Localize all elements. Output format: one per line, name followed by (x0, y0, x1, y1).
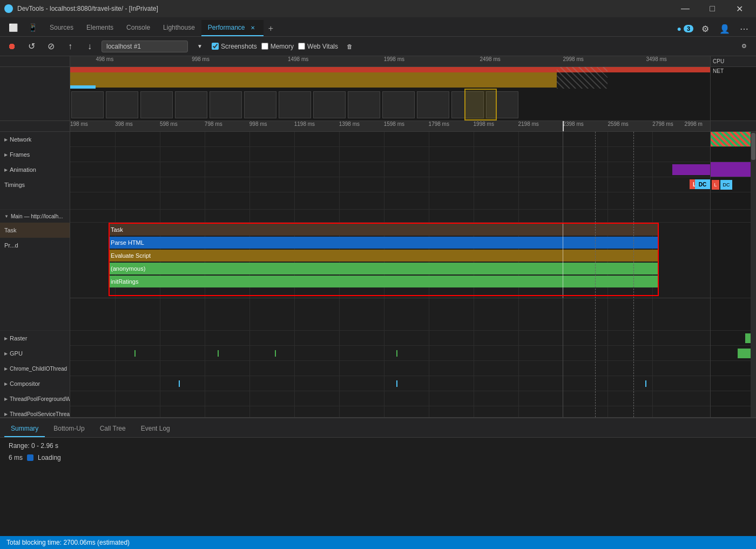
loading-color-box (27, 454, 33, 461)
screenshot-right (710, 89, 756, 121)
controls-bar: ⏺ ↺ ⊘ ↑ ↓ ▼ Screenshots Memory Web Vital… (0, 37, 756, 56)
tab-bottom-up[interactable]: Bottom-Up (47, 421, 91, 437)
perf-settings-icon[interactable]: ⚙ (737, 39, 752, 54)
url-input[interactable] (102, 41, 188, 52)
device-icon[interactable]: 📱 (24, 19, 41, 36)
tab-bar-right: ● 3 ⚙ 👤 ⋯ (677, 21, 752, 36)
screenshot-thumb-8 (313, 91, 346, 118)
status-text: Total blocking time: 2700.06ms (estimate… (6, 539, 130, 546)
devtools-icon (4, 4, 13, 13)
sidebar-item-gpu[interactable]: ▶ GPU (0, 346, 70, 361)
track-threadpool-svc (70, 406, 710, 417)
more-icon[interactable]: ⋯ (737, 21, 752, 36)
tab-call-tree[interactable]: Call Tree (93, 421, 132, 437)
tab-close-icon[interactable]: ✕ (248, 23, 257, 32)
right-timings: L DC (711, 177, 756, 192)
screenshot-strip (70, 89, 710, 121)
title-bar-controls: — □ ✕ (673, 0, 752, 17)
btick-798: 798 ms (205, 121, 222, 127)
btick-1198: 1198 ms (294, 121, 315, 127)
notification-area: ● 3 (677, 24, 693, 33)
tab-summary[interactable]: Summary (4, 421, 45, 437)
reload-button[interactable]: ↺ (24, 39, 39, 54)
ruler-tick-3498: 3498 ms (646, 56, 667, 62)
maximize-button[interactable]: □ (700, 0, 725, 17)
memory-checkbox-label[interactable]: Memory (261, 43, 294, 50)
screenshot-thumb-6 (244, 91, 276, 118)
clear-button[interactable]: 🗑 (342, 39, 357, 54)
url-dropdown-icon[interactable]: ▼ (192, 39, 207, 54)
webvitals-checkbox[interactable] (298, 43, 305, 50)
right-dc-badge: DC (720, 180, 732, 190)
btick-1998: 1998 ms (474, 121, 494, 127)
screenshots-checkbox-label[interactable]: Screenshots (212, 43, 257, 50)
screenshot-thumb-7 (279, 91, 311, 118)
tracks-sidebar: ▶ Network ▶ Frames ▶ Animation Timings (0, 132, 70, 417)
settings-icon[interactable]: ⚙ (698, 21, 713, 36)
cancel-button[interactable]: ⊘ (43, 39, 58, 54)
sidebar-item-threadpool-svc[interactable]: ▶ ThreadPoolServiceThread (0, 406, 70, 417)
right-spacer2 (711, 298, 756, 331)
screenshots-checkbox[interactable] (212, 43, 219, 50)
selection-area (557, 67, 608, 89)
sidebar-item-frames[interactable]: ▶ Frames (0, 147, 70, 162)
tab-add-button[interactable]: + (264, 21, 279, 36)
track-network (70, 132, 710, 147)
tracks-area: 198 ms 398 ms 598 ms 798 ms 998 ms 1198 … (0, 121, 756, 417)
btick-1798: 1798 ms (429, 121, 449, 127)
notification-badge: 3 (684, 25, 693, 32)
tab-event-log[interactable]: Event Log (134, 421, 177, 437)
record-button[interactable]: ⏺ (4, 39, 19, 54)
sidebar-item-timings[interactable]: Timings (0, 177, 70, 192)
sidebar-item-task: Task (0, 223, 70, 238)
download-button[interactable]: ↓ (82, 39, 97, 54)
track-animation (70, 162, 710, 177)
sidebar-item-animation[interactable]: ▶ Animation (0, 162, 70, 177)
track-main-header (70, 210, 710, 223)
ruler-tick-1498: 1498 ms (288, 56, 308, 62)
sidebar-item-network[interactable]: ▶ Network (0, 132, 70, 147)
tab-sources[interactable]: Sources (43, 20, 80, 36)
right-l-badge: L (712, 180, 719, 190)
btick-2798: 2798 ms (652, 121, 673, 127)
dc-badge: DC (695, 179, 710, 189)
tracks-scroll: ▶ Network ▶ Frames ▶ Animation Timings (0, 132, 756, 417)
track-gpu (70, 346, 710, 361)
user-icon[interactable]: 👤 (717, 21, 732, 36)
screenshot-thumb-2 (106, 91, 138, 118)
inspect-icon[interactable]: ⬜ (4, 19, 22, 36)
sidebar-item-threadpool-fg[interactable]: ▶ ThreadPoolForegroundWorker (0, 391, 70, 406)
screenshot-selection (464, 89, 497, 120)
screenshot-sidebar (0, 89, 70, 121)
tab-console[interactable]: Console (120, 20, 157, 36)
track-chrome-child (70, 361, 710, 376)
sidebar-flame-2 (0, 268, 70, 283)
track-threadpool-fg (70, 391, 710, 406)
gold-cpu-bar (70, 72, 557, 88)
sidebar-item-raster[interactable]: ▶ Raster (0, 331, 70, 346)
chart-label: Loading (38, 454, 61, 461)
tab-lighthouse[interactable]: Lighthouse (157, 20, 201, 36)
sidebar-item-chrome-child[interactable]: ▶ Chrome_ChildIOThread (0, 361, 70, 376)
selection-box (109, 223, 659, 296)
btick-2198: 2198 ms (518, 121, 539, 127)
right-gpu (711, 346, 756, 361)
btick-2398: 2398 ms (563, 121, 583, 127)
memory-checkbox[interactable] (261, 43, 268, 50)
right-scrollbar (751, 132, 756, 417)
bottom-tabs: Summary Bottom-Up Call Tree Event Log (0, 418, 756, 438)
tab-elements[interactable]: Elements (80, 20, 120, 36)
sidebar-item-main[interactable]: ▼ Main — http://localh... (0, 210, 70, 223)
minimize-button[interactable]: — (673, 0, 698, 17)
frames-triangle: ▶ (4, 152, 8, 157)
range-text: Range: 0 - 2.96 s (9, 442, 747, 450)
webvitals-checkbox-label[interactable]: Web Vitals (298, 43, 338, 50)
sidebar-item-compositor[interactable]: ▶ Compositor (0, 376, 70, 391)
ruler-tick-998: 998 ms (192, 56, 210, 62)
bottom-content: Range: 0 - 2.96 s 6 ms Loading (0, 438, 756, 536)
upload-button[interactable]: ↑ (63, 39, 78, 54)
close-button[interactable]: ✕ (727, 0, 752, 17)
tab-performance[interactable]: Performance ✕ (201, 20, 264, 36)
main-triangle: ▼ (4, 214, 9, 219)
bottom-ruler-row: 198 ms 398 ms 598 ms 798 ms 998 ms 1198 … (0, 121, 756, 132)
